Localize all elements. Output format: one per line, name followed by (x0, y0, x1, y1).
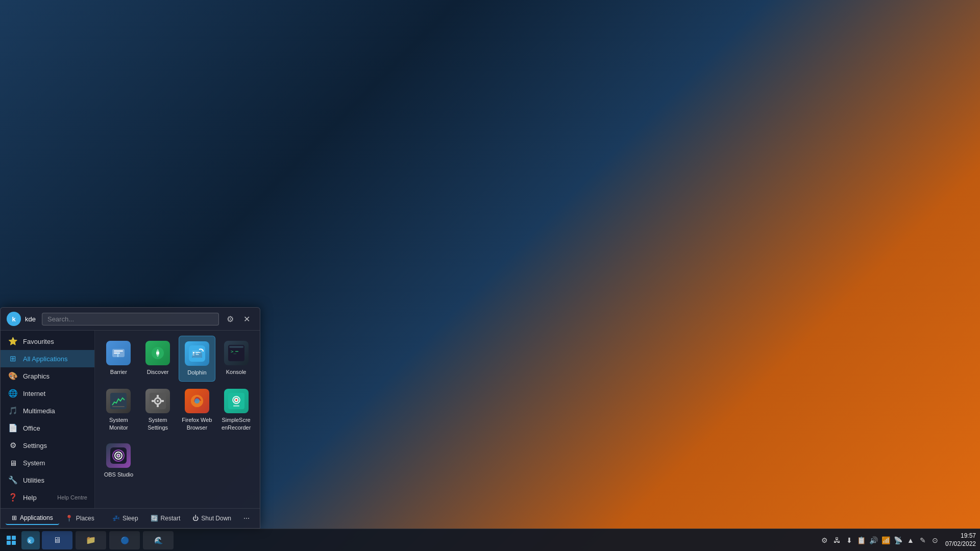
sidebar-label-all-applications: All Applications (23, 355, 67, 363)
sidebar-item-utilities[interactable]: 🔧 Utilities (1, 471, 94, 489)
taskbar-window-4[interactable]: 🌊 (143, 531, 174, 549)
taskbar-window-2[interactable]: 📁 (76, 531, 106, 549)
app-item-simplescreenrecorder[interactable]: SimpleScreenRecorder (217, 384, 255, 436)
sidebar-label-office: Office (23, 424, 40, 432)
sleep-label: Sleep (122, 515, 138, 522)
tray-gear-icon[interactable]: ⚙ (820, 535, 830, 545)
taskbar-window-1[interactable]: 🖥 (42, 531, 72, 549)
more-button[interactable]: ⋯ (238, 512, 255, 524)
simplescreenrecorder-icon (224, 389, 249, 413)
menu-footer: ⊞ Applications 📍 Places 💤 Sleep 🔄 Restar… (1, 508, 260, 528)
app-name-barrier: Barrier (110, 368, 127, 375)
multimedia-icon: 🎵 (8, 406, 18, 416)
svg-text:k: k (29, 537, 32, 543)
clock-time: 19:57 (961, 532, 976, 540)
app-item-firefox[interactable]: Firefox Web Browser (179, 384, 216, 436)
svg-rect-37 (7, 536, 11, 540)
utilities-icon: 🔧 (8, 475, 18, 485)
sidebar-item-settings[interactable]: ⚙ Settings (1, 437, 94, 454)
svg-rect-39 (7, 541, 11, 545)
svg-point-5 (156, 352, 159, 355)
footer-tab-places[interactable]: 📍 Places (59, 512, 101, 524)
app-menu: k kde ⚙ ✕ ⭐ Favourites ⊞ All Application… (0, 307, 260, 529)
svg-rect-8 (193, 352, 194, 354)
sidebar-item-graphics[interactable]: 🎨 Graphics (1, 367, 94, 385)
tray-pen-icon[interactable]: ✎ (918, 535, 928, 545)
sleep-icon: 💤 (112, 515, 120, 522)
taskbar-window-3[interactable]: 🔵 (109, 531, 140, 549)
restart-button[interactable]: 🔄 Restart (145, 512, 186, 524)
svg-point-30 (235, 399, 237, 401)
app-item-konsole[interactable]: >_ Konsole (217, 336, 255, 382)
shutdown-button[interactable]: ⏻ Shut Down (187, 512, 236, 524)
tray-audio-icon[interactable]: 🔊 (869, 535, 879, 545)
system-icon: 🖥 (8, 458, 18, 468)
app-item-obs[interactable]: OBS Studio (100, 438, 137, 483)
tray-wifi-icon[interactable]: 📶 (881, 535, 891, 545)
tray-arrow-icon[interactable]: ▲ (905, 535, 916, 545)
svg-rect-3 (117, 352, 118, 357)
all-apps-icon: ⊞ (8, 354, 18, 364)
sidebar-label-system: System (23, 459, 45, 467)
svg-rect-38 (12, 536, 16, 540)
taskbar-left: k 🖥 📁 🔵 🌊 (0, 531, 177, 549)
tray-network-icon[interactable]: 🖧 (832, 535, 842, 545)
sidebar-item-system[interactable]: 🖥 System (1, 454, 94, 471)
system-monitor-icon (106, 389, 131, 413)
search-input[interactable] (42, 313, 219, 325)
footer-tab-applications[interactable]: ⊞ Applications (6, 512, 59, 525)
sidebar-label-utilities: Utilities (23, 477, 44, 484)
app-item-system-settings[interactable]: System Settings (139, 384, 177, 436)
app-item-dolphin[interactable]: Dolphin (179, 336, 216, 382)
tray-wifi2-icon[interactable]: 📡 (893, 535, 903, 545)
sidebar-label-graphics: Graphics (23, 372, 50, 380)
app-name-system-monitor: System Monitor (103, 416, 134, 431)
svg-rect-1 (114, 350, 123, 352)
sidebar-label-favourites: Favourites (23, 338, 54, 345)
svg-rect-24 (161, 400, 164, 402)
app-name-obs: OBS Studio (104, 471, 133, 478)
app-name-simplescreenrecorder: SimpleScreenRecorder (220, 416, 252, 431)
graphics-icon: 🎨 (8, 371, 18, 381)
app-name-konsole: Konsole (226, 368, 247, 375)
sidebar-item-multimedia[interactable]: 🎵 Multimedia (1, 402, 94, 419)
places-icon: 📍 (65, 515, 73, 522)
konsole-icon: >_ (224, 341, 249, 365)
sidebar-item-internet[interactable]: 🌐 Internet (1, 385, 94, 402)
svg-rect-10 (193, 354, 194, 356)
svg-point-20 (157, 400, 159, 402)
sidebar-item-all-applications[interactable]: ⊞ All Applications (1, 350, 94, 367)
close-icon[interactable]: ✕ (239, 312, 254, 326)
applications-tab-label: Applications (20, 514, 53, 521)
restart-label: Restart (161, 515, 181, 522)
sleep-button[interactable]: 💤 Sleep (107, 512, 143, 524)
office-icon: 📄 (8, 423, 18, 433)
taskbar: k 🖥 📁 🔵 🌊 ⚙ 🖧 ⬇ 📋 🔊 📶 📡 ▲ ✎ ⊙ 19:57 07/0… (0, 529, 980, 551)
clock-date: 07/02/2022 (945, 540, 976, 548)
app-item-system-monitor[interactable]: System Monitor (100, 384, 137, 436)
window-icon-2: 📁 (86, 535, 96, 545)
sidebar-item-help[interactable]: ❓ Help Help Centre (1, 489, 94, 506)
sidebar-label-internet: Internet (23, 390, 45, 397)
window-icon-1: 🖥 (53, 536, 61, 545)
app-name-system-settings: System Settings (142, 416, 174, 431)
system-clock[interactable]: 19:57 07/02/2022 (945, 532, 976, 548)
tray-display-icon[interactable]: ⊙ (930, 535, 940, 545)
sidebar-label-help: Help (23, 494, 37, 502)
avatar: k (7, 312, 21, 326)
sidebar-item-favourites[interactable]: ⭐ Favourites (1, 333, 94, 350)
places-tab-label: Places (76, 515, 94, 522)
app-item-discover[interactable]: Discover (139, 336, 177, 382)
sidebar-item-office[interactable]: 📄 Office (1, 419, 94, 437)
internet-icon: 🌐 (8, 388, 18, 398)
app-name-discover: Discover (147, 368, 169, 375)
start-button[interactable] (2, 531, 20, 549)
settings-icon[interactable]: ⚙ (223, 312, 237, 326)
app-item-barrier[interactable]: Barrier (100, 336, 137, 382)
applications-grid-icon: ⊞ (12, 514, 17, 521)
taskbar-kde-icon[interactable]: k (21, 531, 40, 549)
tray-update-icon[interactable]: ⬇ (844, 535, 854, 545)
tray-clipboard-icon[interactable]: 📋 (856, 535, 867, 545)
svg-rect-17 (112, 406, 125, 407)
help-icon: ❓ (8, 492, 18, 503)
